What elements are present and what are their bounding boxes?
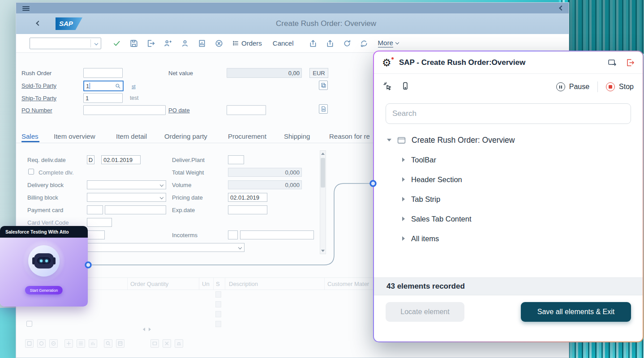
atto-card-title: Salesforce Testing With Atto	[0, 226, 88, 238]
sold-to-input[interactable]: 1	[83, 81, 124, 91]
scroll-up-icon[interactable]	[321, 153, 325, 155]
export-icon[interactable]	[309, 39, 317, 47]
table-toolbar-icon[interactable]	[175, 339, 183, 348]
tab-shipping[interactable]: Shipping	[284, 132, 310, 140]
scroll-thumb[interactable]	[321, 158, 325, 188]
pause-button[interactable]: Pause	[556, 82, 589, 91]
table-cell[interactable]	[215, 291, 221, 298]
po-date-input[interactable]	[227, 105, 266, 115]
start-generation-button[interactable]: Start Generation	[25, 286, 63, 294]
table-toolbar-icon[interactable]	[77, 339, 85, 348]
delivery-block-select[interactable]	[87, 180, 166, 189]
page-right-icon[interactable]	[149, 328, 151, 331]
tab-item-detail[interactable]: Item detail	[116, 132, 147, 140]
tree-item-tab-strip[interactable]: Tab Strip	[374, 189, 643, 209]
search-input[interactable]	[386, 103, 631, 124]
chevron-right-icon[interactable]	[402, 177, 405, 182]
stop-button[interactable]: Stop	[606, 82, 634, 91]
req-deliv-type-input[interactable]: D	[87, 155, 94, 164]
table-toolbar-icon[interactable]	[37, 339, 46, 348]
cancel-button[interactable]: Cancel	[273, 39, 294, 47]
menu-icon[interactable]	[22, 5, 30, 12]
tree-item-sales-tab-content[interactable]: Sales Tab Content	[374, 209, 643, 229]
panel-title: SAP - Create Rush Order:Overview	[399, 58, 599, 67]
chevron-right-icon[interactable]	[402, 217, 405, 221]
exit-icon[interactable]	[626, 58, 635, 67]
card-verif-code-input[interactable]	[87, 218, 112, 227]
table-toolbar-icon[interactable]	[49, 339, 58, 348]
steps-icon[interactable]	[401, 81, 410, 92]
chevron-right-icon[interactable]	[402, 158, 405, 162]
payment-card-type-input[interactable]	[87, 205, 103, 214]
tree-item-label: Tab Strip	[411, 195, 440, 204]
payment-aux-input[interactable]	[87, 230, 105, 239]
table-toolbar-icon[interactable]	[25, 339, 34, 348]
tab-ordering-party[interactable]: Ordering party	[164, 132, 207, 140]
order-reason-select[interactable]	[87, 243, 245, 252]
collapse-left-icon[interactable]	[559, 5, 564, 10]
incoterms-code-input[interactable]	[228, 230, 238, 239]
copy-button[interactable]	[319, 81, 328, 90]
report-icon[interactable]	[198, 39, 206, 47]
chevron-right-icon[interactable]	[402, 197, 405, 201]
exit-session-icon[interactable]	[147, 39, 155, 47]
repeat-icon[interactable]	[360, 39, 368, 47]
scroll-down-icon[interactable]	[321, 250, 325, 252]
table-cell[interactable]	[215, 321, 221, 327]
table-pager[interactable]	[143, 328, 151, 331]
share-icon[interactable]	[326, 39, 334, 47]
rush-order-input[interactable]	[83, 68, 123, 78]
sold-to-hint: st	[132, 84, 136, 89]
row-checkbox[interactable]	[26, 321, 32, 327]
chevron-right-icon[interactable]	[402, 236, 405, 241]
req-deliv-date-input[interactable]: 02.01.2019	[101, 155, 141, 164]
user-icon[interactable]	[181, 39, 189, 47]
table-toolbar-icon[interactable]	[150, 339, 159, 348]
transaction-combobox[interactable]	[30, 38, 101, 49]
save-all-elements-button[interactable]: Save all elements & Exit	[521, 302, 631, 322]
chevron-down-icon[interactable]	[387, 139, 391, 141]
po-date-label[interactable]: PO date	[168, 107, 190, 114]
pointer-icon[interactable]	[383, 81, 392, 92]
table-cell[interactable]	[215, 301, 221, 307]
sold-to-label[interactable]: Sold-To Party	[21, 82, 56, 89]
tree-item-root[interactable]: Create Rush Order: Overview	[374, 130, 643, 150]
table-toolbar-icon[interactable]	[104, 339, 112, 348]
user-settings-icon[interactable]	[164, 39, 172, 47]
search-help-icon[interactable]	[115, 83, 121, 89]
table-cell[interactable]	[215, 311, 221, 317]
enter-check-icon[interactable]	[113, 39, 121, 47]
save-icon[interactable]	[130, 39, 138, 47]
payment-card-number-input[interactable]	[105, 205, 166, 214]
locate-element-button[interactable]: Locate element	[386, 302, 464, 322]
exp-date-input[interactable]	[228, 205, 267, 214]
table-toolbar-icon[interactable]	[116, 339, 125, 348]
po-number-label[interactable]: PO Number	[21, 107, 52, 114]
more-button[interactable]: More	[378, 39, 399, 47]
tree-item-all-items[interactable]: All items	[374, 229, 643, 248]
tab-sales[interactable]: Sales	[21, 132, 39, 140]
deliver-plant-input[interactable]	[228, 155, 244, 164]
pricing-date-input[interactable]: 02.01.2019	[228, 193, 267, 202]
ship-to-label[interactable]: Ship-To Party	[21, 95, 56, 102]
ship-to-input[interactable]: 1	[83, 93, 123, 103]
orders-button[interactable]: Orders	[233, 39, 262, 47]
po-number-input[interactable]	[83, 105, 166, 115]
document-button[interactable]	[319, 104, 328, 114]
tree-item-toolbar[interactable]: ToolBar	[374, 150, 643, 170]
tab-procurement[interactable]: Procurement	[228, 132, 266, 140]
tab-item-overview[interactable]: Item overview	[54, 132, 95, 140]
detach-window-icon[interactable]	[608, 58, 617, 67]
table-toolbar-icon[interactable]	[163, 339, 171, 348]
refresh-icon[interactable]	[343, 39, 351, 47]
sales-scrollbar[interactable]	[320, 150, 326, 254]
page-left-icon[interactable]	[143, 328, 145, 331]
billing-block-select[interactable]	[87, 193, 166, 202]
tree-item-header-section[interactable]: Header Section	[374, 170, 643, 189]
incoterms-detail-input[interactable]	[240, 230, 314, 239]
table-toolbar-icon[interactable]	[89, 339, 97, 348]
complete-dlv-checkbox[interactable]	[28, 169, 34, 175]
table-toolbar-icon[interactable]	[64, 339, 73, 348]
cancel-circle-icon[interactable]	[215, 39, 223, 47]
tab-reason-for-rejection[interactable]: Reason for re	[329, 132, 370, 140]
